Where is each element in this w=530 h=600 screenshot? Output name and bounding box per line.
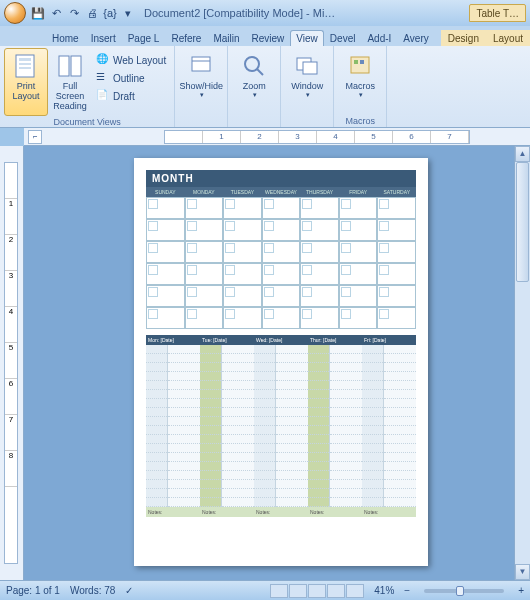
tab-mailings[interactable]: Mailin (207, 30, 245, 46)
zoom-in-button[interactable]: + (518, 585, 524, 596)
calendar-cell[interactable] (300, 307, 339, 329)
calendar-grid[interactable] (146, 197, 416, 329)
page[interactable]: MONTH SUNDAYMONDAYTUESDAYWEDNESDAYTHURSD… (134, 158, 428, 566)
calendar-cell[interactable] (377, 285, 416, 307)
web-layout-button[interactable]: 🌐Web Layout (94, 52, 168, 68)
calendar-cell[interactable] (300, 219, 339, 241)
field-icon[interactable]: {a} (102, 5, 118, 21)
tab-avery[interactable]: Avery (397, 30, 434, 46)
print-preview-icon[interactable]: 🖨 (84, 5, 100, 21)
calendar-cell[interactable] (223, 197, 262, 219)
calendar-cell[interactable] (339, 285, 378, 307)
calendar-cell[interactable] (339, 307, 378, 329)
calendar-cell[interactable] (262, 263, 301, 285)
tab-references[interactable]: Refere (165, 30, 207, 46)
calendar-cell[interactable] (146, 241, 185, 263)
window-button[interactable]: Window▾ (285, 48, 329, 125)
tab-insert[interactable]: Insert (85, 30, 122, 46)
vscroll-thumb[interactable] (516, 162, 529, 282)
undo-icon[interactable]: ↶ (48, 5, 64, 21)
status-words[interactable]: Words: 78 (70, 585, 115, 596)
calendar-cell[interactable] (185, 197, 224, 219)
calendar-cell[interactable] (262, 285, 301, 307)
calendar-cell[interactable] (377, 241, 416, 263)
zoom-out-button[interactable]: − (404, 585, 410, 596)
scroll-up-button[interactable]: ▲ (515, 146, 530, 162)
week-column[interactable] (308, 345, 362, 507)
calendar-cell[interactable] (262, 307, 301, 329)
draft-button[interactable]: 📄Draft (94, 88, 168, 104)
calendar-cell[interactable] (146, 219, 185, 241)
calendar-cell[interactable] (185, 241, 224, 263)
calendar-cell[interactable] (185, 285, 224, 307)
week-column[interactable] (254, 345, 308, 507)
showhide-button[interactable]: Show/Hide▾ (179, 48, 223, 125)
calendar-cell[interactable] (300, 285, 339, 307)
vruler-scale[interactable]: 12345678 (4, 162, 18, 564)
week-column[interactable] (362, 345, 416, 507)
status-proof-icon[interactable]: ✓ (125, 585, 133, 596)
calendar-cell[interactable] (377, 219, 416, 241)
calendar-cell[interactable] (300, 241, 339, 263)
calendar-cell[interactable] (339, 219, 378, 241)
calendar-cell[interactable] (146, 197, 185, 219)
calendar-cell[interactable] (339, 197, 378, 219)
view-print-layout-icon[interactable] (270, 584, 288, 598)
calendar-cell[interactable] (223, 241, 262, 263)
view-outline-icon[interactable] (327, 584, 345, 598)
calendar-cell[interactable] (223, 307, 262, 329)
outline-button[interactable]: ☰Outline (94, 70, 168, 86)
tab-design[interactable]: Design (441, 30, 486, 46)
calendar-cell[interactable] (223, 285, 262, 307)
calendar-cell[interactable] (185, 219, 224, 241)
quick-access-toolbar: 💾 ↶ ↷ 🖨 {a} ▾ (30, 5, 136, 21)
calendar-cell[interactable] (377, 263, 416, 285)
ruler-toggle[interactable]: ⌐ (28, 130, 42, 144)
view-web-icon[interactable] (308, 584, 326, 598)
zoom-thumb[interactable] (456, 586, 464, 596)
save-icon[interactable]: 💾 (30, 5, 46, 21)
hruler-scale[interactable]: 1234567 (164, 130, 470, 144)
office-button[interactable] (4, 2, 26, 24)
view-draft-icon[interactable] (346, 584, 364, 598)
calendar-cell[interactable] (262, 219, 301, 241)
calendar-cell[interactable] (185, 307, 224, 329)
week-grid[interactable] (146, 345, 416, 507)
redo-icon[interactable]: ↷ (66, 5, 82, 21)
calendar-cell[interactable] (146, 285, 185, 307)
calendar-cell[interactable] (223, 219, 262, 241)
tab-page-layout[interactable]: Page L (122, 30, 166, 46)
tab-home[interactable]: Home (46, 30, 85, 46)
zoom-button[interactable]: Zoom▾ (232, 48, 276, 125)
calendar-cell[interactable] (146, 307, 185, 329)
calendar-cell[interactable] (223, 263, 262, 285)
calendar-cell[interactable] (377, 197, 416, 219)
tab-review[interactable]: Review (246, 30, 291, 46)
calendar-month-title[interactable]: MONTH (146, 170, 416, 187)
calendar-cell[interactable] (262, 241, 301, 263)
calendar-cell[interactable] (300, 197, 339, 219)
tab-layout[interactable]: Layout (486, 30, 530, 46)
document-canvas[interactable]: MONTH SUNDAYMONDAYTUESDAYWEDNESDAYTHURSD… (24, 146, 514, 580)
tab-view[interactable]: View (290, 30, 324, 46)
scroll-down-button[interactable]: ▼ (515, 564, 530, 580)
week-column[interactable] (146, 345, 200, 507)
zoom-slider[interactable] (424, 589, 504, 593)
status-page[interactable]: Page: 1 of 1 (6, 585, 60, 596)
full-screen-reading-button[interactable]: Full Screen Reading (48, 48, 92, 116)
week-column[interactable] (200, 345, 254, 507)
calendar-cell[interactable] (377, 307, 416, 329)
calendar-cell[interactable] (339, 263, 378, 285)
tab-addins[interactable]: Add-I (361, 30, 397, 46)
zoom-value[interactable]: 41% (374, 585, 394, 596)
qat-more-icon[interactable]: ▾ (120, 5, 136, 21)
calendar-cell[interactable] (146, 263, 185, 285)
calendar-cell[interactable] (300, 263, 339, 285)
tab-developer[interactable]: Devel (324, 30, 362, 46)
calendar-cell[interactable] (262, 197, 301, 219)
calendar-cell[interactable] (339, 241, 378, 263)
macros-button[interactable]: Macros▾ (338, 48, 382, 115)
calendar-cell[interactable] (185, 263, 224, 285)
print-layout-button[interactable]: Print Layout (4, 48, 48, 116)
view-full-screen-icon[interactable] (289, 584, 307, 598)
